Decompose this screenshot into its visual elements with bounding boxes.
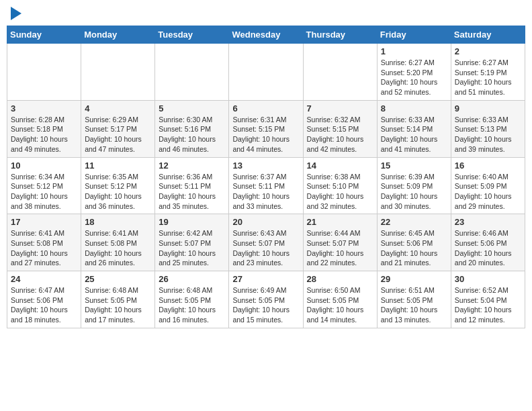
calendar-cell: 29Sunrise: 6:51 AMSunset: 5:05 PMDayligh… <box>377 271 451 328</box>
day-number: 11 <box>85 161 151 171</box>
day-number: 25 <box>85 274 151 284</box>
day-info: Sunrise: 6:27 AMSunset: 5:19 PMDaylight:… <box>455 58 521 97</box>
calendar-week-1: 1Sunrise: 6:27 AMSunset: 5:20 PMDaylight… <box>7 44 525 101</box>
calendar-cell: 28Sunrise: 6:50 AMSunset: 5:05 PMDayligh… <box>303 271 377 328</box>
calendar-week-2: 3Sunrise: 6:28 AMSunset: 5:18 PMDaylight… <box>7 100 525 157</box>
day-number: 23 <box>455 217 521 227</box>
calendar-cell: 27Sunrise: 6:49 AMSunset: 5:05 PMDayligh… <box>229 271 303 328</box>
calendar-cell <box>303 44 377 101</box>
weekday-header-friday: Friday <box>377 26 451 44</box>
weekday-header-sunday: Sunday <box>7 26 81 44</box>
calendar-cell: 5Sunrise: 6:30 AMSunset: 5:16 PMDaylight… <box>155 100 229 157</box>
day-info: Sunrise: 6:40 AMSunset: 5:09 PMDaylight:… <box>455 172 521 212</box>
day-number: 8 <box>381 103 447 113</box>
day-info: Sunrise: 6:32 AMSunset: 5:15 PMDaylight:… <box>307 115 373 154</box>
day-info: Sunrise: 6:27 AMSunset: 5:20 PMDaylight:… <box>381 58 447 97</box>
day-number: 26 <box>159 274 225 284</box>
calendar-cell <box>155 44 229 101</box>
day-number: 18 <box>85 217 151 227</box>
day-info: Sunrise: 6:49 AMSunset: 5:05 PMDaylight:… <box>232 285 299 325</box>
calendar-week-4: 17Sunrise: 6:41 AMSunset: 5:08 PMDayligh… <box>7 214 525 271</box>
calendar-cell: 23Sunrise: 6:46 AMSunset: 5:06 PMDayligh… <box>451 214 525 271</box>
day-number: 22 <box>381 217 447 227</box>
day-number: 16 <box>455 161 521 171</box>
calendar-cell: 13Sunrise: 6:37 AMSunset: 5:11 PMDayligh… <box>229 157 303 214</box>
calendar-header-row: SundayMondayTuesdayWednesdayThursdayFrid… <box>7 26 525 44</box>
calendar-cell: 25Sunrise: 6:48 AMSunset: 5:05 PMDayligh… <box>81 271 155 328</box>
day-number: 4 <box>85 103 151 113</box>
weekday-header-tuesday: Tuesday <box>155 26 229 44</box>
day-info: Sunrise: 6:38 AMSunset: 5:10 PMDaylight:… <box>307 172 373 212</box>
calendar-cell: 6Sunrise: 6:31 AMSunset: 5:15 PMDaylight… <box>229 100 303 157</box>
day-number: 27 <box>232 274 299 284</box>
day-info: Sunrise: 6:42 AMSunset: 5:07 PMDaylight:… <box>159 228 225 268</box>
calendar-cell <box>229 44 303 101</box>
day-info: Sunrise: 6:44 AMSunset: 5:07 PMDaylight:… <box>307 228 373 268</box>
calendar-cell <box>7 44 81 101</box>
calendar-cell: 1Sunrise: 6:27 AMSunset: 5:20 PMDaylight… <box>377 44 451 101</box>
logo <box>9 7 21 20</box>
calendar-week-5: 24Sunrise: 6:47 AMSunset: 5:06 PMDayligh… <box>7 271 525 328</box>
page-header <box>7 7 525 20</box>
day-number: 13 <box>232 161 299 171</box>
calendar-cell: 3Sunrise: 6:28 AMSunset: 5:18 PMDaylight… <box>7 100 81 157</box>
calendar-cell: 21Sunrise: 6:44 AMSunset: 5:07 PMDayligh… <box>303 214 377 271</box>
day-info: Sunrise: 6:30 AMSunset: 5:16 PMDaylight:… <box>159 115 225 154</box>
calendar-cell: 18Sunrise: 6:41 AMSunset: 5:08 PMDayligh… <box>81 214 155 271</box>
day-info: Sunrise: 6:36 AMSunset: 5:11 PMDaylight:… <box>159 172 225 212</box>
calendar-cell: 11Sunrise: 6:35 AMSunset: 5:12 PMDayligh… <box>81 157 155 214</box>
calendar-cell: 20Sunrise: 6:43 AMSunset: 5:07 PMDayligh… <box>229 214 303 271</box>
day-info: Sunrise: 6:47 AMSunset: 5:06 PMDaylight:… <box>11 285 77 325</box>
day-info: Sunrise: 6:35 AMSunset: 5:12 PMDaylight:… <box>85 172 151 212</box>
day-info: Sunrise: 6:46 AMSunset: 5:06 PMDaylight:… <box>455 228 521 268</box>
day-number: 20 <box>232 217 299 227</box>
calendar-cell: 8Sunrise: 6:33 AMSunset: 5:14 PMDaylight… <box>377 100 451 157</box>
day-number: 6 <box>232 103 299 113</box>
day-info: Sunrise: 6:48 AMSunset: 5:05 PMDaylight:… <box>85 285 151 325</box>
calendar-cell: 17Sunrise: 6:41 AMSunset: 5:08 PMDayligh… <box>7 214 81 271</box>
day-number: 15 <box>381 161 447 171</box>
calendar-cell: 10Sunrise: 6:34 AMSunset: 5:12 PMDayligh… <box>7 157 81 214</box>
day-info: Sunrise: 6:48 AMSunset: 5:05 PMDaylight:… <box>159 285 225 325</box>
calendar-cell <box>81 44 155 101</box>
day-number: 3 <box>11 103 77 113</box>
calendar-cell: 4Sunrise: 6:29 AMSunset: 5:17 PMDaylight… <box>81 100 155 157</box>
calendar-cell: 14Sunrise: 6:38 AMSunset: 5:10 PMDayligh… <box>303 157 377 214</box>
calendar-table: SundayMondayTuesdayWednesdayThursdayFrid… <box>7 26 525 328</box>
calendar-cell: 30Sunrise: 6:52 AMSunset: 5:04 PMDayligh… <box>451 271 525 328</box>
day-number: 12 <box>159 161 225 171</box>
day-info: Sunrise: 6:29 AMSunset: 5:17 PMDaylight:… <box>85 115 151 154</box>
day-number: 30 <box>455 274 521 284</box>
day-info: Sunrise: 6:41 AMSunset: 5:08 PMDaylight:… <box>11 228 77 268</box>
day-info: Sunrise: 6:43 AMSunset: 5:07 PMDaylight:… <box>232 228 299 268</box>
day-number: 9 <box>455 103 521 113</box>
day-number: 29 <box>381 274 447 284</box>
calendar-week-3: 10Sunrise: 6:34 AMSunset: 5:12 PMDayligh… <box>7 157 525 214</box>
day-number: 19 <box>159 217 225 227</box>
day-number: 14 <box>307 161 373 171</box>
day-info: Sunrise: 6:34 AMSunset: 5:12 PMDaylight:… <box>11 172 77 212</box>
day-number: 10 <box>11 161 77 171</box>
calendar-cell: 26Sunrise: 6:48 AMSunset: 5:05 PMDayligh… <box>155 271 229 328</box>
day-number: 21 <box>307 217 373 227</box>
day-number: 5 <box>159 103 225 113</box>
weekday-header-monday: Monday <box>81 26 155 44</box>
day-number: 28 <box>307 274 373 284</box>
day-info: Sunrise: 6:33 AMSunset: 5:14 PMDaylight:… <box>381 115 447 154</box>
day-info: Sunrise: 6:51 AMSunset: 5:05 PMDaylight:… <box>381 285 447 325</box>
calendar-cell: 9Sunrise: 6:33 AMSunset: 5:13 PMDaylight… <box>451 100 525 157</box>
day-number: 17 <box>11 217 77 227</box>
calendar-cell: 2Sunrise: 6:27 AMSunset: 5:19 PMDaylight… <box>451 44 525 101</box>
calendar-cell: 12Sunrise: 6:36 AMSunset: 5:11 PMDayligh… <box>155 157 229 214</box>
day-info: Sunrise: 6:45 AMSunset: 5:06 PMDaylight:… <box>381 228 447 268</box>
day-info: Sunrise: 6:39 AMSunset: 5:09 PMDaylight:… <box>381 172 447 212</box>
day-number: 24 <box>11 274 77 284</box>
day-info: Sunrise: 6:50 AMSunset: 5:05 PMDaylight:… <box>307 285 373 325</box>
weekday-header-thursday: Thursday <box>303 26 377 44</box>
weekday-header-wednesday: Wednesday <box>229 26 303 44</box>
calendar-cell: 22Sunrise: 6:45 AMSunset: 5:06 PMDayligh… <box>377 214 451 271</box>
day-info: Sunrise: 6:52 AMSunset: 5:04 PMDaylight:… <box>455 285 521 325</box>
day-info: Sunrise: 6:37 AMSunset: 5:11 PMDaylight:… <box>232 172 299 212</box>
logo-arrow-icon <box>11 7 21 20</box>
day-info: Sunrise: 6:33 AMSunset: 5:13 PMDaylight:… <box>455 115 521 154</box>
